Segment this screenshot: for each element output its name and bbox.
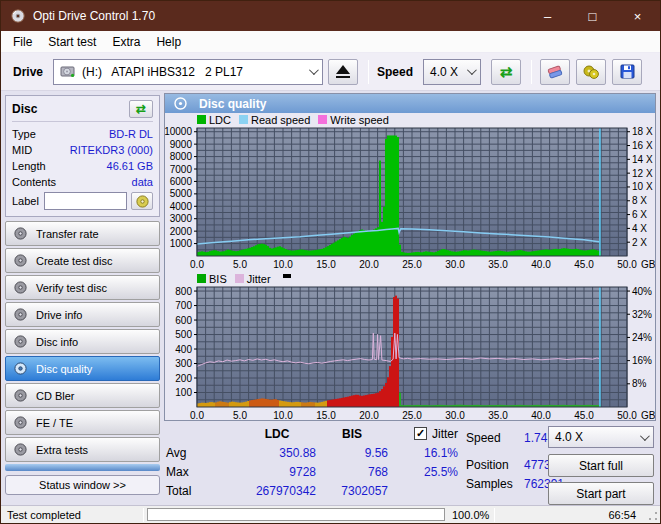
total-label: Total: [166, 484, 208, 498]
sidebar-item-disc-info[interactable]: Disc info: [5, 329, 160, 354]
bis-jitter-chart: 80070060050040030020010040%32%24%16%8%0.…: [165, 285, 655, 423]
disc-icon: [136, 195, 149, 208]
svg-text:200: 200: [175, 373, 192, 384]
drive-icon: [60, 65, 76, 78]
stats-row-avg: Avg 350.88 9.56 16.1%: [166, 443, 458, 462]
sidebar-item-verify-test-disc[interactable]: Verify test disc: [5, 275, 160, 300]
main-area: Disc ⇄ TypeBD-R DL MIDRITEKDR3 (000) Len…: [1, 91, 660, 507]
svg-text:5000: 5000: [170, 188, 193, 199]
eject-button[interactable]: [328, 59, 358, 85]
maximize-button[interactable]: □: [570, 1, 615, 31]
disc-contents-value[interactable]: data: [132, 174, 153, 190]
svg-text:16 X: 16 X: [632, 140, 653, 151]
save-button[interactable]: [612, 59, 642, 85]
sidebar-item-disc-quality[interactable]: Disc quality: [5, 356, 160, 381]
disc-tools-button[interactable]: [576, 59, 606, 85]
svg-text:9000: 9000: [170, 139, 193, 150]
svg-text:8000: 8000: [170, 151, 193, 162]
refresh-speeds-button[interactable]: ⇄: [491, 59, 521, 85]
drive-label: Drive: [13, 65, 43, 79]
ldc-legend: LDC Read speed Write speed: [165, 113, 655, 126]
bis-legend: BIS Jitter: [165, 272, 655, 285]
erase-disc-button[interactable]: [540, 59, 570, 85]
svg-text:10.0: 10.0: [273, 410, 293, 421]
refresh-disc-button[interactable]: ⇄: [129, 100, 153, 118]
disc-label-label: Label: [12, 195, 39, 207]
speed-value: 4.0 X: [430, 65, 458, 79]
svg-text:35.0: 35.0: [488, 410, 508, 421]
sidebar-item-extra-tests[interactable]: Extra tests: [5, 437, 160, 462]
speed-select[interactable]: 4.0 X: [423, 59, 481, 85]
refresh-icon: ⇄: [500, 64, 513, 79]
menu-file[interactable]: File: [5, 33, 40, 51]
legend-label: BIS: [209, 273, 227, 285]
test-speed-select[interactable]: 4.0 X: [548, 426, 654, 448]
jitter-checkbox[interactable]: ✓: [414, 427, 427, 440]
disc-icon: [14, 281, 27, 294]
status-window-button[interactable]: Status window >>: [5, 475, 160, 495]
status-text: Test completed: [1, 506, 143, 523]
samples-stat-label: Samples: [466, 477, 524, 491]
max-label: Max: [166, 465, 208, 479]
svg-text:15.0: 15.0: [316, 259, 336, 270]
jitter-checkbox-label: Jitter: [432, 427, 458, 441]
refresh-icon: ⇄: [136, 103, 146, 115]
collapsed-panel-strip[interactable]: [5, 464, 160, 471]
svg-text:25.0: 25.0: [402, 259, 422, 270]
svg-text:45.0: 45.0: [574, 410, 594, 421]
speed-label: Speed: [377, 65, 413, 79]
svg-text:18 X: 18 X: [632, 126, 653, 137]
legend-swatch: [235, 274, 244, 283]
chevron-down-icon: [467, 65, 477, 75]
svg-text:3000: 3000: [170, 213, 193, 224]
svg-text:10.0: 10.0: [273, 259, 293, 270]
max-ldc: 9728: [208, 465, 316, 479]
start-part-button[interactable]: Start part: [548, 482, 654, 505]
svg-text:45.0: 45.0: [574, 259, 594, 270]
sidebar-item-create-test-disc[interactable]: Create test disc: [5, 248, 160, 273]
menu-extra[interactable]: Extra: [104, 33, 148, 51]
discs-icon: [582, 65, 600, 79]
svg-text:10 X: 10 X: [632, 181, 653, 192]
disc-icon: [14, 389, 27, 402]
menu-start-test[interactable]: Start test: [40, 33, 104, 51]
disc-icon: [14, 362, 27, 375]
svg-text:20.0: 20.0: [359, 410, 379, 421]
svg-text:700: 700: [175, 300, 192, 311]
disc-icon: [14, 443, 27, 456]
total-bis: 7302057: [316, 484, 388, 498]
sidebar-item-fe-te[interactable]: FE / TE: [5, 410, 160, 435]
disc-label-button[interactable]: [131, 192, 153, 210]
eject-icon: [336, 65, 350, 74]
svg-text:100: 100: [175, 387, 192, 398]
svg-text:4000: 4000: [170, 201, 193, 212]
disc-icon: [14, 335, 27, 348]
disc-contents-label: Contents: [12, 174, 56, 190]
close-button[interactable]: ×: [615, 1, 660, 31]
svg-text:8 X: 8 X: [632, 195, 647, 206]
svg-text:32%: 32%: [632, 309, 652, 320]
svg-text:30.0: 30.0: [445, 259, 465, 270]
svg-text:14 X: 14 X: [632, 154, 653, 165]
svg-text:8%: 8%: [632, 378, 647, 389]
disc-icon: [14, 308, 27, 321]
start-full-button[interactable]: Start full: [548, 454, 654, 477]
svg-text:25.0: 25.0: [402, 410, 422, 421]
minimize-button[interactable]: –: [525, 1, 570, 31]
panel-header: Disc quality: [165, 94, 655, 113]
resize-grip[interactable]: [647, 510, 659, 522]
progress-percent: 100.0%: [448, 506, 494, 523]
disc-label-input[interactable]: [44, 192, 127, 210]
svg-text:7000: 7000: [170, 164, 193, 175]
sidebar-item-transfer-rate[interactable]: Transfer rate: [5, 221, 160, 246]
menu-help[interactable]: Help: [148, 33, 189, 51]
svg-text:800: 800: [175, 286, 192, 297]
app-window: Opti Drive Control 1.70 – □ × File Start…: [0, 0, 661, 524]
position-stat-label: Position: [466, 458, 524, 472]
drive-select[interactable]: (H:) ATAPI iHBS312 2 PL17: [53, 59, 323, 85]
svg-text:6000: 6000: [170, 176, 193, 187]
svg-text:2 X: 2 X: [632, 237, 647, 248]
sidebar-item-drive-info[interactable]: Drive info: [5, 302, 160, 327]
sidebar-item-cd-bler[interactable]: CD Bler: [5, 383, 160, 408]
stats-row-max: Max 9728 768 25.5%: [166, 462, 458, 481]
